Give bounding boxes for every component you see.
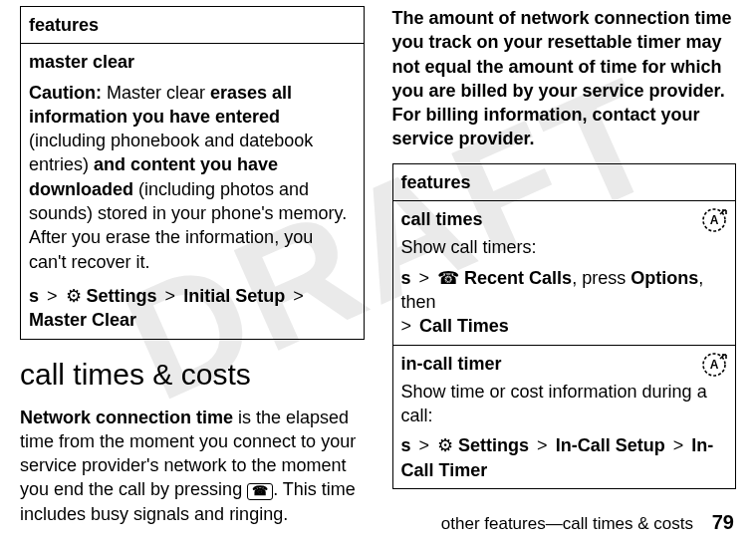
recent-icon: ☎	[437, 268, 459, 288]
gt-2: >	[162, 286, 179, 306]
center-key-icon: s	[29, 286, 39, 306]
gt-r2: >	[401, 316, 415, 336]
nav-press: , press	[572, 268, 630, 288]
nav-settings: Settings	[87, 286, 157, 306]
features-table-left: features master clear Caution: Master cl…	[20, 6, 365, 340]
optional-feature-icon: A	[701, 207, 727, 233]
features-table-right: features A call times Show call timers: …	[392, 163, 737, 489]
incall-timer-desc: Show time or cost information during a c…	[401, 380, 728, 428]
features-header-left: features	[21, 7, 365, 44]
caution-label: Caution:	[29, 83, 102, 103]
end-key-icon: ☎	[247, 483, 273, 499]
nav-options: Options	[630, 268, 698, 288]
gt-r3: >	[416, 435, 433, 455]
features-header-right: features	[392, 163, 736, 200]
gt-r1: >	[416, 268, 433, 288]
left-column: features master clear Caution: Master cl…	[20, 6, 365, 538]
gt-1: >	[44, 286, 61, 306]
billing-warning-para: The amount of network connection time yo…	[392, 6, 737, 151]
svg-text:A: A	[710, 213, 719, 227]
master-clear-cell: master clear Caution: Master clear erase…	[21, 44, 365, 339]
call-times-nav: s > ☎ Recent Calls, press Options, then …	[401, 266, 728, 339]
nav-incall-setup: In-Call Setup	[556, 435, 665, 455]
network-time-para: Network connection time is the elapsed t…	[20, 406, 365, 526]
nav-initial-setup: Initial Setup	[183, 286, 285, 306]
center-key-icon: s	[401, 268, 411, 288]
network-time-bold: Network connection time	[20, 408, 233, 427]
call-times-cell: A call times Show call timers: s > ☎ Rec…	[392, 201, 736, 345]
gt-r5: >	[670, 435, 687, 455]
page-content: features master clear Caution: Master cl…	[0, 0, 756, 538]
nav-call-times: Call Times	[419, 316, 509, 336]
nav-master-clear: Master Clear	[29, 310, 136, 330]
svg-text:A: A	[710, 358, 719, 372]
gt-3: >	[290, 286, 307, 306]
optional-feature-icon: A	[701, 352, 727, 378]
call-times-desc: Show call timers:	[401, 235, 728, 259]
nav-recent-calls: Recent Calls	[464, 268, 572, 288]
right-column: The amount of network connection time yo…	[392, 6, 737, 538]
gt-r4: >	[534, 435, 551, 455]
incall-timer-nav: s > ⚙ Settings > In-Call Setup > In-Call…	[401, 433, 728, 482]
mc-text-1: Master clear	[102, 83, 210, 103]
incall-timer-title: in-call timer	[401, 352, 728, 376]
master-clear-nav: s > ⚙ Settings > Initial Setup > Master …	[29, 284, 356, 333]
incall-timer-cell: A in-call timer Show time or cost inform…	[392, 345, 736, 488]
master-clear-title: master clear	[29, 50, 356, 74]
nav-settings-2: Settings	[458, 435, 529, 455]
tools-icon: ⚙	[66, 286, 82, 306]
center-key-icon: s	[401, 435, 411, 455]
call-times-title: call times	[401, 207, 728, 231]
section-heading: call times & costs	[20, 358, 365, 392]
tools-icon: ⚙	[437, 435, 453, 455]
master-clear-body: Caution: Master clear erases all informa…	[29, 83, 347, 272]
